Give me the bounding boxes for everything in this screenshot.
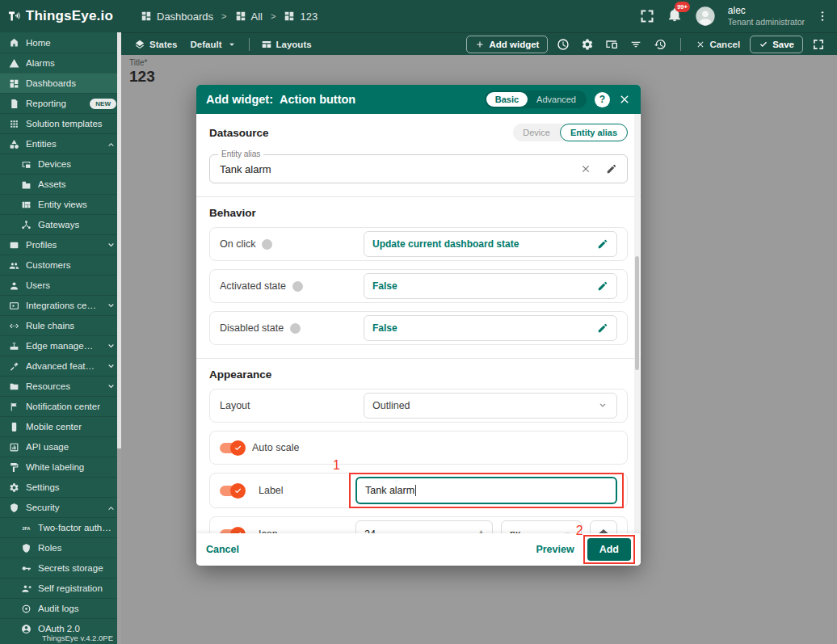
edit-alias-icon[interactable] bbox=[606, 163, 617, 175]
topbar-actions: 99+ alec Tenant administrator bbox=[639, 5, 837, 27]
thingseye-logo-icon bbox=[8, 6, 20, 27]
sidebar-item-edge-management[interactable]: Edge management bbox=[0, 335, 121, 356]
dashboard-settings-icon[interactable] bbox=[581, 38, 594, 51]
sidebar-item-assets[interactable]: Assets bbox=[0, 174, 121, 194]
info-icon[interactable] bbox=[290, 323, 301, 334]
states-default-dropdown[interactable]: Default bbox=[184, 36, 244, 53]
states-button[interactable]: States bbox=[128, 36, 184, 53]
sidebar-item-devices[interactable]: Devices bbox=[0, 154, 121, 174]
edit-icon[interactable] bbox=[597, 238, 608, 250]
auto-scale-label: Auto scale bbox=[252, 442, 299, 453]
sidebar-item-gateways[interactable]: Gateways bbox=[0, 214, 121, 234]
disabled-state-label: Disabled state bbox=[220, 322, 284, 334]
tab-advanced[interactable]: Advanced bbox=[528, 92, 585, 107]
on-click-setting[interactable]: Update current dashboard state bbox=[364, 231, 617, 257]
sidebar-item-advanced-features[interactable]: Advanced features bbox=[0, 356, 121, 376]
svg-text:2FA: 2FA bbox=[23, 525, 31, 530]
time-window-icon[interactable] bbox=[557, 38, 570, 51]
layout-label: Layout bbox=[220, 400, 250, 411]
chevron-down-icon bbox=[106, 341, 116, 351]
icon-unit-select[interactable]: px bbox=[501, 520, 582, 533]
tab-basic[interactable]: Basic bbox=[486, 92, 528, 107]
layouts-button[interactable]: Layouts bbox=[254, 36, 318, 53]
help-icon[interactable]: ? bbox=[595, 92, 610, 107]
sidebar-item-label: Profiles bbox=[26, 240, 57, 250]
sidebar-item-settings[interactable]: Settings bbox=[0, 477, 121, 497]
sidebar-item-label: Entity views bbox=[38, 200, 87, 209]
sidebar-item-label: Two-factor authenticati... bbox=[38, 523, 116, 532]
user-info[interactable]: alec Tenant administrator bbox=[728, 6, 805, 27]
label-toggle[interactable] bbox=[220, 486, 244, 496]
sidebar-item-audit-logs[interactable]: Audit logs bbox=[0, 598, 121, 618]
clear-icon[interactable] bbox=[580, 163, 591, 175]
avatar[interactable] bbox=[694, 5, 717, 27]
sidebar-item-rule-chains[interactable]: Rule chains bbox=[0, 315, 121, 335]
close-dialog-icon[interactable] bbox=[618, 93, 631, 106]
dialog-cancel-button[interactable]: Cancel bbox=[206, 544, 239, 555]
app-logo[interactable]: ThingsEye.io bbox=[0, 6, 121, 27]
edit-icon[interactable] bbox=[597, 280, 608, 292]
add-button[interactable]: Add bbox=[587, 538, 631, 561]
dialog-scrollbar[interactable] bbox=[634, 114, 640, 533]
breadcrumb: Dashboards>All>123 bbox=[141, 11, 318, 23]
dashboard-title-field[interactable]: Title* 123 bbox=[121, 55, 837, 86]
datasource-section: Datasource Device Entity alias Entity al… bbox=[196, 114, 641, 197]
disabled-state-setting[interactable]: False bbox=[364, 315, 617, 341]
sidebar-item-white-labeling[interactable]: White labeling bbox=[0, 457, 121, 477]
breadcrumb-item-dashboards[interactable]: Dashboards bbox=[141, 11, 213, 23]
breadcrumb-item-123[interactable]: 123 bbox=[284, 11, 318, 23]
sidebar-item-security[interactable]: Security bbox=[0, 497, 121, 517]
entity-alias-field[interactable]: Entity alias Tank alarm bbox=[209, 154, 628, 183]
sidebar-item-alarms[interactable]: Alarms bbox=[0, 53, 121, 73]
sidebar-item-notification-center[interactable]: Notification center bbox=[0, 396, 121, 416]
sidebar-item-home[interactable]: Home bbox=[0, 32, 121, 53]
info-icon[interactable] bbox=[262, 239, 272, 250]
fullscreen-icon[interactable] bbox=[812, 38, 825, 51]
sidebar-item-integrations-center[interactable]: Integrations center bbox=[0, 295, 121, 315]
fullscreen-icon[interactable] bbox=[639, 8, 655, 24]
edit-icon[interactable] bbox=[597, 322, 608, 334]
toggle-device[interactable]: Device bbox=[513, 124, 560, 141]
layout-select[interactable]: Outlined bbox=[364, 393, 617, 419]
preview-button[interactable]: Preview bbox=[536, 544, 574, 555]
sidebar-item-reporting[interactable]: ReportingNEW bbox=[0, 93, 121, 113]
kebab-menu-icon[interactable] bbox=[816, 8, 829, 24]
icon-picker-button[interactable] bbox=[590, 520, 617, 533]
sidebar-item-roles[interactable]: Roles bbox=[0, 537, 121, 558]
sidebar-item-label: Secrets storage bbox=[38, 563, 103, 573]
save-button[interactable]: Save bbox=[750, 36, 803, 53]
sidebar-item-resources[interactable]: Resources bbox=[0, 376, 121, 396]
sidebar-item-two-factor-authenticati[interactable]: 2FATwo-factor authenticati... bbox=[0, 517, 121, 537]
manage-states-icon[interactable] bbox=[605, 38, 618, 51]
cancel-edit-button[interactable]: Cancel bbox=[689, 36, 747, 53]
on-click-label: On click bbox=[220, 238, 255, 250]
activated-state-setting[interactable]: False bbox=[364, 273, 617, 299]
filters-icon[interactable] bbox=[629, 38, 642, 51]
sidebar-item-dashboards[interactable]: Dashboards bbox=[0, 73, 121, 93]
dialog-footer: Cancel Preview Add 2 bbox=[196, 533, 641, 566]
toggle-entity-alias[interactable]: Entity alias bbox=[560, 124, 628, 141]
auto-scale-toggle[interactable] bbox=[220, 443, 244, 453]
version-history-icon[interactable] bbox=[654, 38, 667, 51]
icon-size-input[interactable]: 24 ▲▼ bbox=[355, 520, 493, 533]
label-text-input[interactable]: Tank alarm bbox=[355, 477, 617, 504]
info-icon[interactable] bbox=[292, 281, 303, 292]
sidebar-item-api-usage[interactable]: API usage bbox=[0, 436, 121, 457]
label-label: Label bbox=[259, 485, 284, 496]
edge-management-icon bbox=[9, 341, 19, 351]
plus-icon bbox=[475, 40, 485, 49]
sidebar-item-entity-views[interactable]: Entity views bbox=[0, 194, 121, 214]
breadcrumb-item-all[interactable]: All bbox=[235, 11, 263, 23]
sidebar-item-self-registration[interactable]: Self registration bbox=[0, 578, 121, 598]
sidebar-item-users[interactable]: Users bbox=[0, 275, 121, 295]
sidebar-item-entities[interactable]: Entities bbox=[0, 133, 121, 154]
notifications-button[interactable]: 99+ bbox=[667, 6, 683, 26]
solution-templates-icon bbox=[9, 119, 19, 129]
sidebar-item-secrets-storage[interactable]: Secrets storage bbox=[0, 558, 121, 578]
sidebar-item-mobile-center[interactable]: Mobile center bbox=[0, 416, 121, 436]
add-widget-button[interactable]: Add widget bbox=[466, 36, 548, 53]
sidebar-item-profiles[interactable]: Profiles bbox=[0, 234, 121, 255]
sidebar-scrollbar[interactable] bbox=[117, 32, 121, 644]
sidebar-item-customers[interactable]: Customers bbox=[0, 255, 121, 275]
sidebar-item-solution-templates[interactable]: Solution templates bbox=[0, 113, 121, 133]
